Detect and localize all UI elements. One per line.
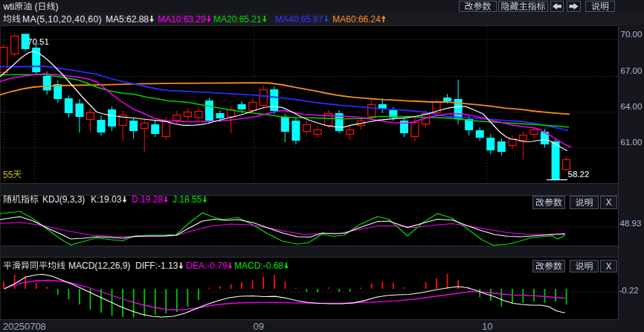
svg-text:-0.22: -0.22 [619, 286, 639, 295]
svg-text:): ) [56, 1, 59, 12]
svg-text:MA40:65.87: MA40:65.87 [275, 14, 323, 25]
svg-text:DEA:-0.79: DEA:-0.79 [186, 261, 228, 271]
svg-text:MACD:-0.68: MACD:-0.68 [234, 261, 283, 271]
svg-text:MA20:65.21: MA20:65.21 [213, 14, 262, 25]
svg-text:J:18.55: J:18.55 [173, 194, 202, 205]
svg-text:K:19.03: K:19.03 [91, 194, 122, 205]
svg-text:55: 55 [3, 170, 13, 180]
svg-text:D:19.28: D:19.28 [132, 194, 163, 205]
svg-text:70.51: 70.51 [28, 37, 49, 46]
svg-text:MA10:63.29: MA10:63.29 [158, 14, 206, 25]
svg-text:61.00: 61.00 [621, 138, 643, 147]
svg-text:64.00: 64.00 [621, 102, 643, 111]
svg-text:20250708: 20250708 [3, 321, 46, 332]
svg-text:X: X [605, 197, 611, 208]
svg-text:09: 09 [254, 321, 264, 332]
svg-text:DIFF:-1.13: DIFF:-1.13 [135, 261, 178, 271]
svg-text:X: X [605, 261, 611, 272]
svg-text:MA(5,10,20,40,60): MA(5,10,20,40,60) [22, 14, 102, 25]
svg-text:MA60:66.24: MA60:66.24 [332, 14, 381, 25]
svg-text:58.22: 58.22 [568, 170, 590, 179]
svg-text:KDJ(9,3,3): KDJ(9,3,3) [42, 194, 85, 205]
svg-text:(: ( [32, 1, 37, 12]
svg-text:10: 10 [482, 321, 492, 332]
svg-text:70.00: 70.00 [621, 30, 643, 39]
svg-text:wti: wti [3, 1, 15, 12]
svg-text:48.93: 48.93 [620, 219, 642, 228]
svg-text:MACD(12,26,9): MACD(12,26,9) [68, 261, 130, 271]
svg-text:67.00: 67.00 [621, 66, 643, 75]
svg-text:MA5:62.88: MA5:62.88 [106, 14, 149, 25]
